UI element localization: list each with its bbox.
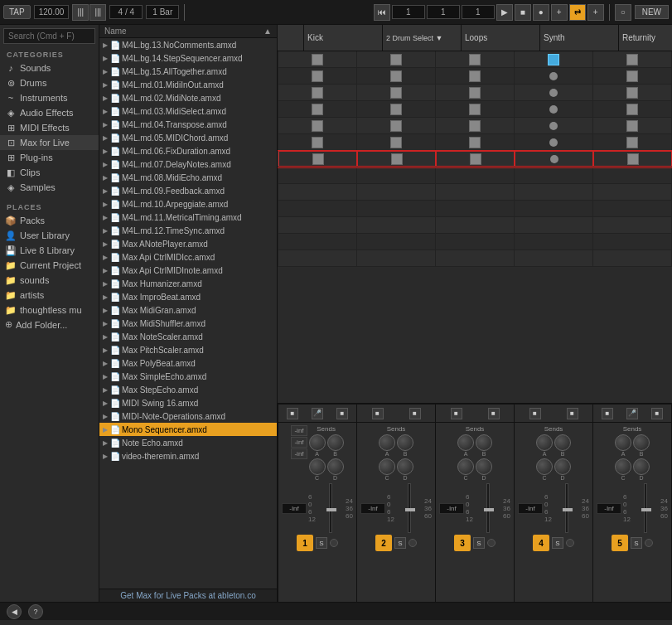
clip-cell[interactable] <box>469 87 481 99</box>
clip-cell[interactable] <box>626 104 638 115</box>
grid-cell-empty[interactable] <box>357 234 436 250</box>
grid-cell[interactable] <box>357 134 436 150</box>
grid-cell-empty[interactable] <box>436 234 515 250</box>
grid-cell[interactable] <box>357 151 436 167</box>
circle-icon[interactable]: ○ <box>615 4 631 21</box>
list-item[interactable]: ▶📄Max PitchScaler.amxd <box>99 343 277 356</box>
list-item[interactable]: ▶📄video-theremin.amxd <box>99 449 277 463</box>
grid-cell-empty[interactable] <box>515 201 593 216</box>
grid-cell[interactable] <box>357 51 436 67</box>
status-btn-left[interactable]: ◀ <box>7 604 22 619</box>
status-btn-right[interactable]: ? <box>28 604 43 619</box>
list-item[interactable]: ▶📄Max SimpleEcho.amxd <box>99 370 277 383</box>
grid-cell[interactable] <box>357 101 436 117</box>
knob-d[interactable] <box>633 458 650 475</box>
track-dot-5[interactable] <box>645 539 653 547</box>
grid-cell-empty[interactable] <box>593 234 672 250</box>
grid-cell-empty[interactable] <box>357 201 436 216</box>
grid-cell[interactable] <box>357 85 436 100</box>
grid-cell-empty[interactable] <box>357 184 436 200</box>
list-item[interactable]: ▶📄M4L.md.10.Arpeggiate.amxd <box>99 197 277 211</box>
clip-cell[interactable] <box>469 120 481 132</box>
knob-b[interactable] <box>397 434 413 451</box>
grid-cell-empty[interactable] <box>436 201 515 216</box>
list-item[interactable]: ▶📄M4L.md.03.MidiSelect.amxd <box>99 104 277 118</box>
fader-handle[interactable] <box>326 508 336 511</box>
grid-cell[interactable] <box>593 101 672 117</box>
knob-a[interactable] <box>379 434 395 451</box>
sidebar-item-audio-effects[interactable]: ◈ Audio Effects <box>0 105 99 120</box>
grid-cell[interactable] <box>436 151 515 167</box>
grid-cell-empty[interactable] <box>593 167 672 183</box>
sidebar-item-samples[interactable]: ◈ Samples <box>0 180 99 195</box>
list-item[interactable]: ▶📄Max PolyBeat.amxd <box>99 356 277 370</box>
search-input[interactable] <box>3 28 95 44</box>
track-header-returnity[interactable]: Returnity <box>619 25 672 51</box>
track-dot-2[interactable] <box>409 539 417 547</box>
record-icon[interactable]: ● <box>533 4 549 21</box>
list-item[interactable]: ▶📄M4L.md.02.MidiNote.amxd <box>99 91 277 104</box>
clip-cell[interactable] <box>469 70 481 82</box>
clip-cell[interactable] <box>390 54 402 65</box>
sidebar-item-packs[interactable]: 📦 Packs <box>0 213 99 228</box>
grid-cell[interactable] <box>515 118 593 133</box>
clip-cell[interactable] <box>469 54 481 65</box>
knob-b[interactable] <box>327 434 344 451</box>
grid-cell[interactable] <box>357 68 436 84</box>
clip-cell[interactable] <box>390 104 402 115</box>
bar-display[interactable]: 1 Bar <box>146 5 179 19</box>
skip-back-icon[interactable]: ⏮ <box>374 4 390 21</box>
grid-cell-empty[interactable] <box>278 201 357 216</box>
grid-cell[interactable] <box>278 68 357 84</box>
grid-cell[interactable] <box>436 134 515 150</box>
list-item[interactable]: ▶📄MIDI Swing 16.amxd <box>99 396 277 409</box>
clip-dot[interactable] <box>549 105 558 114</box>
grid-cell[interactable] <box>593 85 672 100</box>
clip-cell[interactable] <box>626 70 638 82</box>
pos2[interactable]: 1 <box>427 5 460 19</box>
sidebar-item-thoughtless[interactable]: 📁 thoughtless mu <box>0 303 99 317</box>
solo-button-1[interactable]: S <box>316 537 327 549</box>
list-item[interactable]: ▶📄M4L.md.12.TimeSync.amxd <box>99 224 277 237</box>
grid-cell-empty[interactable] <box>278 234 357 250</box>
time-sig-display[interactable]: 4 / 4 <box>109 5 143 19</box>
list-item[interactable]: ▶📄M4L.bg.13.NoComments.amxd <box>99 38 277 51</box>
grid-cell-empty[interactable] <box>515 167 593 183</box>
track-header-kick[interactable]: Kick <box>304 25 383 51</box>
grid-cell[interactable] <box>278 151 357 167</box>
filelist-scroll[interactable]: ▶📄M4L.bg.13.NoComments.amxd ▶📄M4L.bg.14.… <box>99 38 277 589</box>
track-header-loops[interactable]: Loops <box>462 25 540 51</box>
tap-button[interactable]: TAP <box>3 5 31 19</box>
grid-cell[interactable] <box>593 68 672 84</box>
track-number-4[interactable]: 4 <box>533 535 549 551</box>
grid-cell-empty[interactable] <box>278 167 357 183</box>
fold-button[interactable]: ■ <box>567 408 578 419</box>
play-icon[interactable]: ▶ <box>496 4 513 21</box>
new-button[interactable]: NEW <box>635 5 669 19</box>
clip-cell[interactable] <box>391 153 403 165</box>
track-header-drum[interactable]: 2 Drum Select ▼ <box>383 25 462 51</box>
list-item[interactable]: ▶📄Max NoteScaler.amxd <box>99 330 277 343</box>
plus2-icon[interactable]: + <box>587 4 604 21</box>
clip-cell[interactable] <box>627 153 639 165</box>
clip-cell[interactable] <box>312 87 323 99</box>
track-number-5[interactable]: 5 <box>612 535 628 551</box>
knob-d[interactable] <box>476 458 492 475</box>
grid-cell-empty[interactable] <box>593 201 672 216</box>
clip-cell[interactable] <box>312 104 323 115</box>
grid-cell-empty[interactable] <box>515 234 593 250</box>
grid-cell[interactable] <box>436 118 515 133</box>
clip-dot[interactable] <box>549 122 558 130</box>
grid-cell[interactable] <box>436 68 515 84</box>
grid-cell[interactable] <box>515 51 593 67</box>
grid-cell-empty[interactable] <box>593 250 672 266</box>
clip-cell-playing[interactable] <box>548 54 559 65</box>
grid-cell[interactable] <box>278 134 357 150</box>
list-item[interactable]: ▶📄Note Echo.amxd <box>99 436 277 449</box>
pos1[interactable]: 1 <box>392 5 425 19</box>
grid-cell[interactable] <box>436 85 515 100</box>
bpm-display[interactable]: 120.00 <box>34 5 70 19</box>
clip-cell[interactable] <box>312 70 323 82</box>
arm-button[interactable]: ■ <box>451 408 462 419</box>
clip-dot[interactable] <box>549 89 558 97</box>
